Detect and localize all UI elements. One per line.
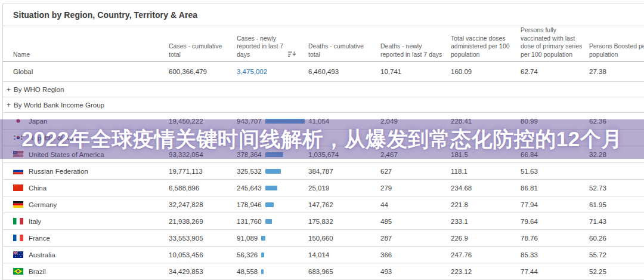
france-flag-icon — [13, 235, 23, 241]
expander-by-who-region[interactable]: + By WHO Region — [3, 82, 644, 97]
brazil-flag-icon — [13, 268, 23, 275]
deaths-cumulative-value: 150,660 — [308, 235, 380, 242]
deaths-new-7d-value: 10,741 — [380, 68, 451, 75]
overlay-banner-text: 2022年全球疫情关键时间线解析，从爆发到常态化防控的12个月 — [21, 125, 622, 153]
cases-new-7d-bar — [265, 219, 272, 224]
cases-new-7d-bar — [261, 269, 264, 274]
page: Situation by Region, Country, Territory … — [0, 0, 644, 280]
table-header: Name Cases - cumulative total Cases - ne… — [3, 26, 644, 62]
cases-new-7d-cell: 178,946 — [237, 201, 308, 208]
deaths-new-7d-value: 627 — [380, 168, 451, 175]
row-name: Global — [3, 68, 169, 75]
plus-icon: + — [7, 85, 11, 94]
cases-new-7d-cell: 325,532 — [237, 168, 308, 175]
vaccine-doses-value: 118.1 — [451, 168, 521, 175]
country-name: France — [29, 235, 50, 242]
boosted-value: 71.43 — [589, 218, 644, 225]
deaths-new-7d-value: 44 — [380, 201, 451, 208]
fully-vaccinated-value: 51.63 — [521, 168, 589, 175]
deaths-new-7d-value: 493 — [380, 268, 451, 275]
fully-vaccinated-value: 77.94 — [521, 201, 589, 208]
cases-new-7d-bar — [265, 169, 281, 174]
boosted-value: 52.73 — [589, 184, 644, 192]
column-header-boosted[interactable]: Persons Boosted per 100 population — [589, 42, 644, 59]
cases-cumulative-value: 6,588,896 — [169, 184, 237, 192]
boosted-value: 52.25 — [589, 268, 644, 275]
cases-cumulative-value: 21,938,269 — [169, 218, 237, 225]
cases-new-7d-value: 91,089 — [237, 235, 258, 242]
deaths-cumulative-value: 147,762 — [308, 201, 380, 208]
boosted-value: 60.26 — [589, 235, 644, 242]
australia-flag-icon — [13, 251, 23, 258]
boosted-value: 55.72 — [589, 251, 644, 259]
plus-icon: + — [7, 101, 11, 109]
cases-cumulative-value: 32,247,828 — [169, 201, 237, 208]
germany-flag-icon — [13, 201, 23, 208]
boosted-value: 61.95 — [589, 201, 644, 208]
deaths-new-7d-value: 485 — [380, 218, 451, 225]
cases-new-7d-value: 48,558 — [237, 268, 258, 275]
deaths-cumulative-value: 384,787 — [308, 168, 380, 175]
deaths-cumulative-value: 175,832 — [308, 218, 380, 225]
column-header-cases-cumulative[interactable]: Cases - cumulative total — [169, 42, 237, 59]
fully-vaccinated-value: 62.74 — [521, 68, 589, 75]
country-name: Brazil — [29, 268, 46, 275]
expander-by-world-bank-income-group[interactable]: + By World Bank Income Group — [3, 97, 644, 113]
table-row-global[interactable]: Global 600,366,479 3,475,002 6,460,493 1… — [3, 62, 644, 82]
card-title: Situation by Region, Country, Territory … — [3, 4, 644, 26]
vaccine-doses-value: 160.09 — [451, 68, 521, 75]
table-row-germany[interactable]: Germany 32,247,828 178,946 147,762 44 22… — [3, 196, 644, 213]
deaths-cumulative-value: 25,019 — [308, 184, 380, 192]
deaths-new-7d-value: 287 — [380, 235, 451, 242]
boosted-value: 27.38 — [589, 68, 644, 75]
deaths-new-7d-value: 279 — [380, 184, 451, 192]
cases-cumulative-value: 19,771,113 — [169, 168, 237, 175]
cases-cumulative-value: 600,366,479 — [169, 68, 237, 75]
table-row-brazil[interactable]: Brazil 34,429,853 48,558 683,965 493 223… — [3, 263, 644, 280]
table-row-russian-federation[interactable]: Russian Federation 19,771,113 325,532 38… — [3, 163, 644, 180]
sort-descending-icon[interactable] — [288, 51, 296, 58]
vaccine-doses-value: 233.1 — [451, 218, 521, 225]
column-header-fully-vaccinated[interactable]: Persons fully vaccinated with last dose … — [521, 26, 589, 59]
fully-vaccinated-value: 79.64 — [521, 218, 589, 225]
vaccine-doses-value: 234.68 — [451, 184, 521, 192]
overlay-banner: 2022年全球疫情关键时间线解析，从爆发到常态化防控的12个月 — [0, 119, 644, 159]
column-header-cases-new-7d[interactable]: Cases - newly reported in last 7 days — [237, 35, 308, 59]
vaccine-doses-value: 247.76 — [451, 251, 521, 259]
cases-new-7d-cell: 245,643 — [237, 184, 308, 192]
cases-new-7d-value: 245,643 — [237, 184, 262, 192]
vaccine-doses-value: 223.12 — [451, 268, 521, 275]
country-name: Russian Federation — [29, 168, 88, 175]
table-row-france[interactable]: France 33,553,905 91,089 150,660 287 226… — [3, 230, 644, 247]
fully-vaccinated-value: 86.81 — [521, 184, 589, 192]
cases-new-7d-cell: 48,558 — [237, 268, 308, 275]
table-row-italy[interactable]: Italy 21,938,269 131,760 175,832 485 233… — [3, 213, 644, 230]
cases-new-7d-cell: 56,326 — [237, 251, 308, 259]
column-header-deaths-new-7d[interactable]: Deaths - newly reported in last 7 days — [380, 42, 451, 59]
column-header-deaths-cumulative[interactable]: Deaths - cumulative total — [308, 42, 380, 59]
fully-vaccinated-value: 78.76 — [521, 235, 589, 242]
cases-new-7d-bar — [265, 186, 277, 190]
country-name: Italy — [29, 218, 41, 225]
cases-new-7d-value: 56,326 — [237, 251, 258, 259]
deaths-cumulative-value: 683,965 — [308, 268, 380, 275]
china-flag-icon — [13, 184, 23, 191]
cases-new-7d-bar — [265, 202, 274, 207]
cases-new-7d-cell: 91,089 — [237, 235, 308, 242]
vaccine-doses-value: 226.9 — [451, 235, 521, 242]
country-name: China — [29, 184, 47, 192]
italy-flag-icon — [13, 218, 23, 224]
cases-new-7d-value: 178,946 — [237, 201, 262, 208]
column-header-vaccine-doses[interactable]: Total vaccine doses administered per 100… — [451, 35, 521, 59]
cases-new-7d-link[interactable]: 3,475,002 — [237, 68, 308, 75]
column-header-name[interactable]: Name — [3, 51, 169, 59]
deaths-cumulative-value: 6,460,493 — [308, 68, 380, 75]
deaths-cumulative-value: 14,014 — [308, 251, 380, 259]
country-name: Australia — [29, 251, 55, 259]
table-row-australia[interactable]: Australia 10,053,456 56,326 14,014 366 2… — [3, 247, 644, 263]
vaccine-doses-value: 221.8 — [451, 201, 521, 208]
table-row-china[interactable]: China 6,588,896 245,643 25,019 279 234.6… — [3, 180, 644, 196]
cases-cumulative-value: 10,053,456 — [169, 251, 237, 259]
cases-new-7d-value: 325,532 — [237, 168, 262, 175]
fully-vaccinated-value: 77.44 — [521, 268, 589, 275]
